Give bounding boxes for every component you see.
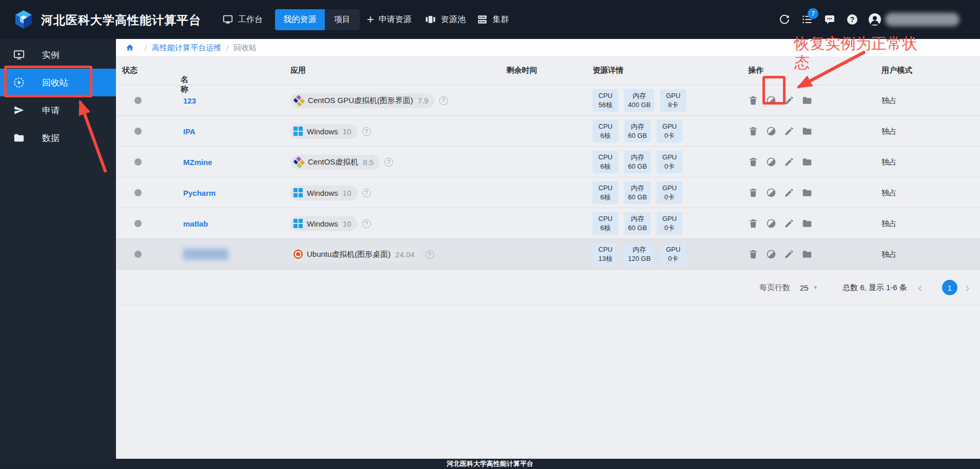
pagination-summary: 总数 6, 显示 1-6 条 [842,270,907,305]
app-cell: Windows 10 [290,208,371,239]
folder-icon [802,249,812,259]
restore-button[interactable] [766,218,776,229]
files-button[interactable] [802,249,812,259]
plus-icon: + [367,13,374,26]
app-help-icon[interactable] [384,158,393,167]
files-button[interactable] [802,157,812,167]
sidebar-instances-label: 实例 [42,49,60,61]
status-dot-icon [134,189,142,196]
table-row[interactable]: IPA Windows 10 CPU6核 内存60 GB GPU0卡 [116,116,980,147]
app-help-icon[interactable] [362,219,371,228]
restore-button[interactable] [766,157,776,167]
table-row[interactable]: matlab Windows 10 CPU6核 内存60 GB GPU0卡 [116,208,980,239]
edit-button[interactable] [784,126,794,136]
breadcrumb: / 高性能计算平台运维 / 回收站 [116,39,980,56]
restore-icon [766,157,776,167]
app-help-icon[interactable] [362,189,371,197]
app-badge: Windows 10 [290,186,358,200]
home-icon[interactable] [125,43,134,52]
delete-button[interactable] [748,218,758,229]
messages-button[interactable] [824,13,836,26]
sidebar-item-data[interactable]: 数据 [0,124,116,152]
instance-name-link[interactable]: Pycharm [183,189,215,197]
os-icon [293,250,303,259]
restore-button[interactable] [766,249,776,259]
nav-my-resources[interactable]: 我的资源 [275,9,325,30]
sidebar-data-label: 数据 [42,132,60,144]
sidebar-item-instances[interactable]: 实例 [0,41,116,69]
avatar-icon [869,13,881,26]
delete-button[interactable] [748,157,758,167]
nav-projects[interactable]: 项目 [325,9,360,30]
user-avatar[interactable] [869,13,881,26]
cpu-chip: CPU13核 [593,243,618,266]
prev-page-button[interactable]: ‹ [918,270,923,305]
memory-chip: 内存120 GB [624,243,654,266]
edit-button[interactable] [784,249,794,259]
app-help-icon[interactable] [425,250,434,259]
table-row[interactable]: MZmine CentOS虚拟机 8.5 CPU6核 内存60 GB GPU0卡 [116,147,980,177]
user-mode-value: 独占 [881,188,897,198]
files-button[interactable] [802,218,812,229]
nav-resource-switch: 我的资源 项目 [275,9,360,30]
table-row[interactable]: 123 CentOS GPU虚拟机(图形界面) 7.9 CPU56核 内存400… [116,85,980,116]
table-row[interactable]: Ubuntu虚拟机(图形桌面) 24.04 CPU13核 内存120 GB GP… [116,239,980,270]
pencil-icon [784,95,794,106]
restore-button[interactable] [766,188,776,198]
breadcrumb-link-ops[interactable]: 高性能计算平台运维 [152,43,221,53]
nav-clusters[interactable]: 集群 [477,0,509,39]
user-mode-cell: 独占 [881,177,897,208]
sidebar: 实例 回收站 申请 数据 [0,39,116,469]
next-page-button[interactable]: › [965,270,970,305]
delete-button[interactable] [748,188,758,198]
resources-cell: CPU6核 内存60 GB GPU0卡 [593,177,682,208]
restore-button[interactable] [766,95,776,106]
user-mode-value: 独占 [881,250,897,259]
refresh-button[interactable] [778,13,791,26]
delete-button[interactable] [748,95,758,106]
sidebar-item-recycle-bin[interactable]: 回收站 [0,69,116,96]
app-cell: Windows 10 [290,116,371,147]
breadcrumb-separator: / [145,44,147,52]
nav-workbench[interactable]: 工作台 [222,0,263,39]
username-redacted[interactable] [885,13,959,26]
app-version: 8.5 [363,158,374,167]
resources-cell: CPU6核 内存60 GB GPU0卡 [593,208,682,239]
nav-resource-pool[interactable]: 资源池 [425,0,465,39]
main-content: / 高性能计算平台运维 / 回收站 状态 名称↑ 应用 剩余时间 资源详情 操作… [116,39,980,469]
instances-icon [13,49,25,60]
delete-button[interactable] [748,126,758,136]
sidebar-item-applications[interactable]: 申请 [0,96,116,124]
delete-button[interactable] [748,249,758,259]
top-navbar: 河北医科大学高性能计算平台 工作台 我的资源 项目 + 申请资源 资源池 [0,0,980,39]
nav-apply-resources[interactable]: + 申请资源 [367,0,411,39]
user-mode-cell: 独占 [881,239,897,270]
instance-name-link[interactable]: 123 [183,96,196,105]
user-mode-cell: 独占 [881,116,897,147]
files-button[interactable] [802,126,812,136]
files-button[interactable] [802,188,812,198]
table-row[interactable]: Pycharm Windows 10 CPU6核 内存60 GB GPU0卡 [116,177,980,208]
memory-chip: 内存60 GB [624,151,651,173]
restore-icon [766,218,776,229]
edit-button[interactable] [784,157,794,167]
edit-button[interactable] [784,188,794,198]
instance-name-link[interactable]: MZmine [183,158,212,167]
platform-logo-icon [13,9,34,30]
edit-button[interactable] [784,218,794,229]
page-1-button[interactable]: 1 [942,280,957,295]
app-help-icon[interactable] [439,96,448,105]
app-cell: CentOS虚拟机 8.5 [290,147,393,177]
instance-name-link[interactable]: matlab [183,219,208,228]
files-button[interactable] [802,95,812,106]
restore-button[interactable] [766,126,776,136]
edit-button[interactable] [784,95,794,106]
os-icon [293,127,303,136]
app-help-icon[interactable] [362,127,371,136]
instance-name-link[interactable]: IPA [183,127,195,136]
nav-workbench-label: 工作台 [238,14,263,25]
task-list-button[interactable]: 7 [801,13,813,26]
help-button[interactable]: ? [846,13,858,26]
rows-per-page-select[interactable]: 25 ▼ [800,270,818,305]
folder-icon [802,157,812,167]
